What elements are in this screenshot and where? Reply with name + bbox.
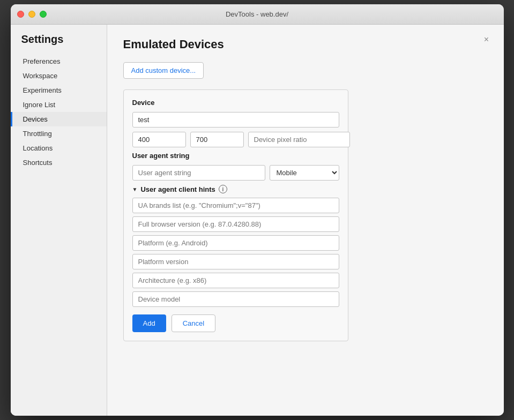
ua-brands-input[interactable]	[132, 198, 339, 213]
add-custom-device-button[interactable]: Add custom device...	[123, 62, 204, 79]
hints-title-row[interactable]: ▼ User agent client hints i	[132, 185, 339, 193]
traffic-lights	[17, 11, 47, 18]
devtools-window: DevTools - web.dev/ Settings Preferences…	[11, 4, 504, 416]
minimize-traffic-light[interactable]	[28, 11, 35, 18]
sidebar-item-workspace[interactable]: Workspace	[11, 69, 107, 83]
sidebar-title: Settings	[11, 33, 107, 54]
sidebar-item-throttling[interactable]: Throttling	[11, 126, 107, 141]
device-model-input[interactable]	[132, 291, 339, 307]
sidebar-item-preferences[interactable]: Preferences	[11, 54, 107, 69]
device-name-input[interactable]	[132, 112, 339, 128]
sidebar-item-devices[interactable]: Devices	[11, 112, 107, 126]
hints-chevron-icon: ▼	[132, 186, 138, 192]
titlebar-title: DevTools - web.dev/	[226, 10, 288, 18]
sidebar-item-experiments[interactable]: Experiments	[11, 83, 107, 98]
architecture-input[interactable]	[132, 273, 339, 288]
add-button[interactable]: Add	[132, 314, 166, 332]
user-agent-string-input[interactable]	[132, 165, 265, 181]
platform-version-input[interactable]	[132, 254, 339, 269]
close-traffic-light[interactable]	[17, 11, 24, 18]
hints-section: ▼ User agent client hints i	[132, 185, 339, 307]
dimensions-row	[132, 132, 339, 147]
titlebar: DevTools - web.dev/	[11, 4, 504, 25]
full-browser-version-input[interactable]	[132, 216, 339, 232]
device-section-title: Device	[132, 99, 339, 107]
hints-section-title: User agent client hints	[140, 185, 215, 193]
sidebar-item-shortcuts[interactable]: Shortcuts	[11, 155, 107, 170]
device-form-panel: Device User agent string Mobile Desktop …	[123, 89, 348, 341]
form-buttons: Add Cancel	[132, 314, 339, 332]
cancel-button[interactable]: Cancel	[172, 314, 215, 332]
maximize-traffic-light[interactable]	[40, 11, 47, 18]
sidebar: Settings Preferences Workspace Experimen…	[11, 25, 107, 416]
close-button[interactable]: ×	[480, 33, 493, 46]
sidebar-item-ignore-list[interactable]: Ignore List	[11, 98, 107, 112]
ua-section-title: User agent string	[132, 152, 339, 160]
width-input[interactable]	[132, 132, 186, 147]
platform-input[interactable]	[132, 235, 339, 251]
height-input[interactable]	[190, 132, 244, 147]
pixel-ratio-input[interactable]	[248, 132, 350, 147]
ua-row: Mobile Desktop Tablet	[132, 165, 339, 181]
page-title: Emulated Devices	[123, 38, 488, 51]
hints-info-icon[interactable]: i	[219, 185, 227, 193]
sidebar-item-locations[interactable]: Locations	[11, 141, 107, 155]
main-content: × Emulated Devices Add custom device... …	[107, 25, 504, 416]
user-agent-type-select[interactable]: Mobile Desktop Tablet	[270, 165, 339, 181]
window-content: Settings Preferences Workspace Experimen…	[11, 25, 504, 416]
